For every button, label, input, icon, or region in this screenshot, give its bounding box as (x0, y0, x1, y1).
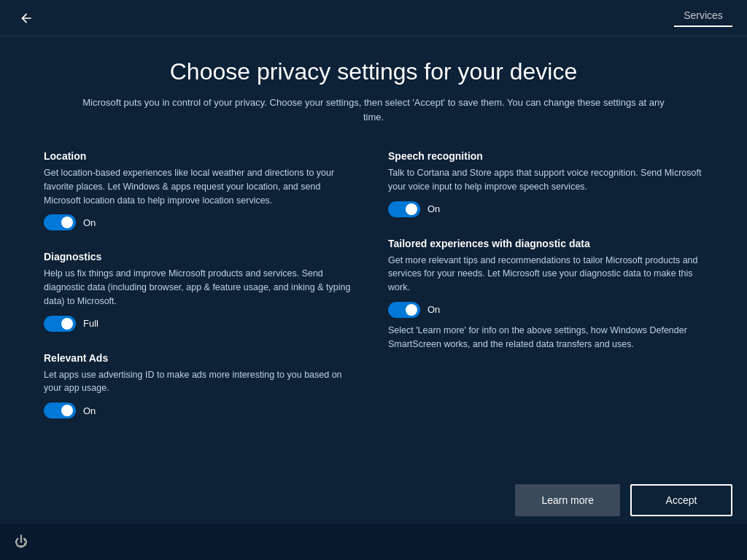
diagnostics-desc: Help us fix things and improve Microsoft… (44, 267, 359, 308)
relevant-ads-toggle-label: On (83, 405, 96, 416)
bottom-bar: ⏻ (0, 524, 747, 560)
relevant-ads-toggle[interactable] (44, 402, 76, 419)
power-icon[interactable]: ⏻ (15, 534, 28, 550)
services-label: Services (684, 9, 723, 26)
left-column: Location Get location-based experiences … (44, 150, 359, 439)
services-tab: Services (674, 9, 732, 27)
location-toggle-row: On (44, 214, 359, 230)
speech-recognition-desc: Talk to Cortana and Store apps that supp… (388, 166, 703, 194)
services-underline (674, 26, 732, 27)
setting-tailored-experiences: Tailored experiences with diagnostic dat… (388, 238, 703, 351)
diagnostics-toggle-label: Full (83, 318, 98, 329)
main-content: Choose privacy settings for your device … (0, 36, 747, 524)
speech-recognition-title: Speech recognition (388, 150, 703, 162)
speech-recognition-toggle-row: On (388, 201, 703, 217)
speech-recognition-toggle[interactable] (388, 201, 420, 217)
speech-recognition-toggle-label: On (427, 203, 440, 214)
diagnostics-toggle-row: Full (44, 316, 359, 332)
diagnostics-toggle[interactable] (44, 316, 76, 332)
tailored-experiences-title: Tailored experiences with diagnostic dat… (388, 238, 703, 249)
tailored-experiences-info: Select 'Learn more' for info on the abov… (388, 324, 703, 351)
learn-more-button[interactable]: Learn more (515, 484, 620, 516)
accept-button[interactable]: Accept (630, 484, 732, 516)
setting-relevant-ads: Relevant Ads Let apps use advertising ID… (44, 352, 359, 419)
right-column: Speech recognition Talk to Cortana and S… (388, 150, 703, 439)
tailored-experiences-toggle[interactable] (388, 302, 420, 318)
tailored-experiences-toggle-label: On (427, 304, 440, 315)
action-buttons: Learn more Accept (515, 484, 732, 516)
page-title: Choose privacy settings for your device (44, 58, 703, 85)
diagnostics-title: Diagnostics (44, 251, 359, 262)
location-desc: Get location-based experiences like loca… (44, 166, 359, 207)
tailored-experiences-toggle-row: On (388, 302, 703, 318)
location-toggle-label: On (83, 217, 96, 228)
relevant-ads-desc: Let apps use advertising ID to make ads … (44, 368, 359, 396)
location-title: Location (44, 150, 359, 162)
back-icon (19, 11, 34, 26)
settings-grid: Location Get location-based experiences … (44, 150, 703, 439)
relevant-ads-toggle-row: On (44, 402, 359, 419)
relevant-ads-title: Relevant Ads (44, 352, 359, 364)
setting-speech-recognition: Speech recognition Talk to Cortana and S… (388, 150, 703, 217)
tailored-experiences-desc: Get more relevant tips and recommendatio… (388, 254, 703, 295)
top-bar: Services (0, 0, 747, 36)
back-button[interactable] (15, 7, 38, 30)
location-toggle[interactable] (44, 214, 76, 230)
setting-location: Location Get location-based experiences … (44, 150, 359, 230)
page-subtitle: Microsoft puts you in control of your pr… (74, 96, 673, 124)
setting-diagnostics: Diagnostics Help us fix things and impro… (44, 251, 359, 331)
